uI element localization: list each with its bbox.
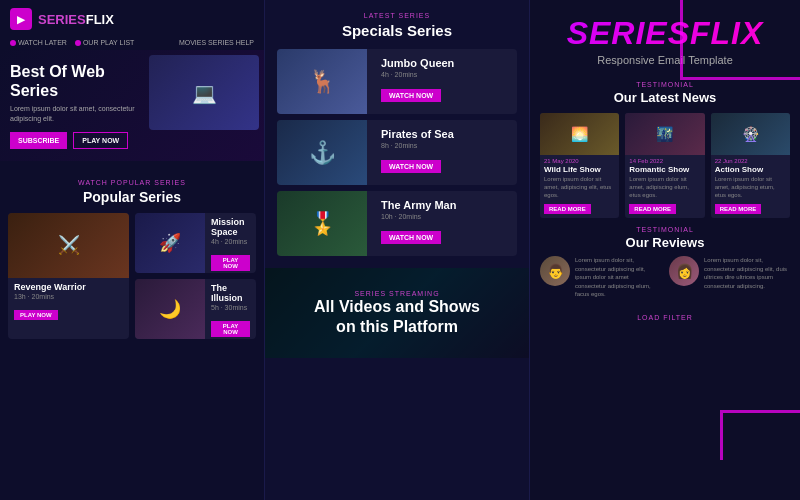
pirates-watch-button[interactable]: WATCH NOW [381, 160, 441, 173]
wildlife-read-button[interactable]: READ MORE [544, 204, 591, 214]
nav-links[interactable]: MOVIES SERIES HELP [179, 39, 254, 46]
news-title: Our Latest News [530, 90, 800, 105]
mission-play-button[interactable]: PLAY NOW [211, 255, 250, 271]
reviewer-avatar-1: 👨 [540, 256, 570, 286]
reviews-label: TESTIMONIAL [530, 226, 800, 233]
news-card-romantic: 🌃 14 Feb 2022 Romantic Show Lorem ipsum … [625, 113, 704, 218]
laptop-shape: 💻 [149, 55, 259, 130]
army-watch-button[interactable]: WATCH NOW [381, 231, 441, 244]
warrior-info: Revenge Warrior 13h · 20mins PLAY NOW [8, 278, 129, 325]
mission-title: Mission Space [211, 217, 250, 237]
series-card-warrior: ⚔️ Revenge Warrior 13h · 20mins PLAY NOW [8, 213, 129, 339]
special-card-army: 🎖️ The Army Man 10h · 20mins WATCH NOW [277, 191, 517, 256]
action-date: 22 Jun 2022 [711, 155, 790, 165]
pirates-title: Pirates of Sea [381, 128, 511, 140]
load-filter-section: LOAD FILTER [530, 306, 800, 324]
jumbo-image: 🦌 [277, 49, 367, 114]
army-image: 🎖️ [277, 191, 367, 256]
illusion-info: The Illusion 5h · 30mins PLAY NOW [205, 279, 256, 339]
illusion-meta: 5h · 30mins [211, 304, 250, 311]
pirates-info: Pirates of Sea 8h · 20mins WATCH NOW [375, 120, 517, 185]
mission-meta: 4h · 20mins [211, 238, 250, 245]
specials-list: 🦌 Jumbo Queen 4h · 20mins WATCH NOW ⚓ Pi… [265, 49, 529, 256]
middle-panel: LATEST SERIES Specials Series 🦌 Jumbo Qu… [265, 0, 530, 500]
streaming-section: SERIES STREAMING All Videos and Shows on… [265, 268, 529, 358]
warrior-meta: 13h · 20mins [14, 293, 123, 300]
logo-text: SERIESFLIX [38, 12, 114, 27]
deco-top-right [680, 0, 800, 80]
warrior-play-button[interactable]: PLAY NOW [14, 310, 58, 320]
hero-title: Best Of Web Series [10, 62, 150, 100]
hero-buttons: SUBSCRIBE PLAY NOW [10, 132, 150, 149]
hero-description: Lorem ipsum dolor sit amet, consectetur … [10, 104, 150, 124]
review-card-2: 👩 Lorem ipsum dolor sit, consectetur adi… [669, 256, 790, 298]
review-text-2: Lorem ipsum dolor sit, consectetur adipi… [704, 256, 790, 290]
jumbo-info: Jumbo Queen 4h · 20mins WATCH NOW [375, 49, 517, 114]
army-meta: 10h · 20mins [381, 213, 511, 220]
mission-info: Mission Space 4h · 20mins PLAY NOW [205, 213, 256, 273]
our-playlist-nav[interactable]: OUR PLAY LIST [75, 39, 134, 46]
special-card-pirates: ⚓ Pirates of Sea 8h · 20mins WATCH NOW [277, 120, 517, 185]
wildlife-image: 🌅 [540, 113, 619, 155]
series-card-illusion: 🌙 The Illusion 5h · 30mins PLAY NOW [135, 279, 256, 339]
left-panel: ▶ SERIESFLIX WATCH LATER OUR PLAY LIST M… [0, 0, 265, 500]
romantic-date: 14 Feb 2022 [625, 155, 704, 165]
nav-dot-2 [75, 40, 81, 46]
mobile-nav: WATCH LATER OUR PLAY LIST MOVIES SERIES … [0, 35, 264, 50]
play-now-button[interactable]: PLAY NOW [73, 132, 128, 149]
reviewer-avatar-2: 👩 [669, 256, 699, 286]
reviews-grid: 👨 Lorem ipsum dolor sit, consectetur adi… [530, 256, 800, 298]
illusion-image: 🌙 [135, 279, 205, 339]
news-card-action: 🎡 22 Jun 2022 Action Show Lorem ipsum do… [711, 113, 790, 218]
streaming-title: All Videos and Shows on this Platform [314, 297, 480, 335]
mission-image: 🚀 [135, 213, 205, 273]
pirates-meta: 8h · 20mins [381, 142, 511, 149]
streaming-label: SERIES STREAMING [354, 290, 439, 297]
pirates-image: ⚓ [277, 120, 367, 185]
series-card-mission: 🚀 Mission Space 4h · 20mins PLAY NOW [135, 213, 256, 273]
action-read-button[interactable]: READ MORE [715, 204, 762, 214]
watch-later-nav[interactable]: WATCH LATER [10, 39, 67, 46]
popular-title: Popular Series [0, 189, 264, 205]
wildlife-title: Wild Life Show [540, 165, 619, 174]
special-card-jumbo: 🦌 Jumbo Queen 4h · 20mins WATCH NOW [277, 49, 517, 114]
specials-title: Specials Series [265, 22, 529, 39]
popular-label: WATCH POPULAR SERIES [0, 179, 264, 186]
romantic-desc: Lorem ipsum dolor sit amet, adipiscing e… [625, 174, 704, 201]
logo-icon: ▶ [10, 8, 32, 30]
mobile-header: ▶ SERIESFLIX [0, 0, 264, 35]
army-info: The Army Man 10h · 20mins WATCH NOW [375, 191, 517, 256]
romantic-read-button[interactable]: READ MORE [629, 204, 676, 214]
series-grid: ⚔️ Revenge Warrior 13h · 20mins PLAY NOW… [0, 213, 264, 339]
action-desc: Lorem ipsum dolor sit amet, adipiscing e… [711, 174, 790, 201]
specials-label: LATEST SERIES [265, 0, 529, 19]
deco-bottom-right [720, 410, 800, 460]
review-text-1: Lorem ipsum dolor sit, consectetur adipi… [575, 256, 661, 298]
action-image: 🎡 [711, 113, 790, 155]
review-card-1: 👨 Lorem ipsum dolor sit, consectetur adi… [540, 256, 661, 298]
subscribe-button[interactable]: SUBSCRIBE [10, 132, 67, 149]
wildlife-date: 21 May 2020 [540, 155, 619, 165]
news-card-wildlife: 🌅 21 May 2020 Wild Life Show Lorem ipsum… [540, 113, 619, 218]
news-label: TESTIMONIAL [530, 81, 800, 88]
nav-dot [10, 40, 16, 46]
illusion-title: The Illusion [211, 283, 250, 303]
warrior-title: Revenge Warrior [14, 282, 123, 292]
warrior-image: ⚔️ [8, 213, 129, 278]
jumbo-title: Jumbo Queen [381, 57, 511, 69]
reviews-title: Our Reviews [530, 235, 800, 250]
romantic-image: 🌃 [625, 113, 704, 155]
jumbo-meta: 4h · 20mins [381, 71, 511, 78]
streaming-background: SERIES STREAMING All Videos and Shows on… [265, 268, 529, 358]
army-title: The Army Man [381, 199, 511, 211]
mobile-hero: Best Of Web Series Lorem ipsum dolor sit… [0, 50, 264, 161]
load-filter-text[interactable]: LOAD FILTER [637, 314, 693, 321]
news-grid: 🌅 21 May 2020 Wild Life Show Lorem ipsum… [530, 113, 800, 218]
romantic-title: Romantic Show [625, 165, 704, 174]
illusion-play-button[interactable]: PLAY NOW [211, 321, 250, 337]
wildlife-desc: Lorem ipsum dolor sit amet, adipiscing e… [540, 174, 619, 201]
action-title: Action Show [711, 165, 790, 174]
jumbo-watch-button[interactable]: WATCH NOW [381, 89, 441, 102]
hero-image: 💻 [149, 55, 259, 130]
popular-series-section: WATCH POPULAR SERIES Popular Series ⚔️ R… [0, 161, 264, 339]
